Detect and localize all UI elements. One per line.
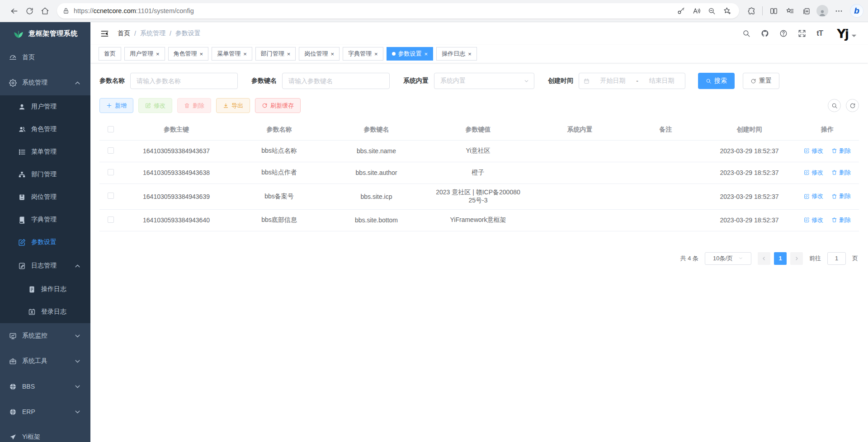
row-checkbox[interactable] bbox=[108, 193, 114, 199]
edit-button[interactable]: 修改 bbox=[138, 98, 172, 113]
export-button[interactable]: 导出 bbox=[216, 98, 250, 113]
row-edit-link[interactable]: 修改 bbox=[804, 147, 823, 155]
sidebar-item-log-mgmt[interactable]: 日志管理 bbox=[0, 254, 90, 278]
copilot-button[interactable]: b bbox=[850, 4, 863, 18]
fullscreen-button[interactable] bbox=[798, 29, 806, 38]
breadcrumb-home[interactable]: 首页 bbox=[118, 29, 130, 38]
collections-button[interactable] bbox=[798, 3, 814, 19]
row-edit-link[interactable]: 修改 bbox=[804, 169, 823, 177]
close-icon[interactable]: × bbox=[243, 51, 247, 57]
sidebar-item-bbs[interactable]: BBS bbox=[0, 374, 90, 399]
row-delete-link[interactable]: 删除 bbox=[831, 192, 851, 200]
chevron-down-icon bbox=[74, 383, 81, 390]
table-row: 1641030593384943640 bbs底部信息 bbs.site.bot… bbox=[99, 209, 859, 231]
app-header: 首页 / 系统管理 / 参数设置 tT Yj bbox=[90, 22, 868, 45]
sidebar-item-home[interactable]: 首页 bbox=[0, 45, 90, 70]
tab-post-mgmt[interactable]: 岗位管理× bbox=[299, 47, 340, 61]
browser-essentials-button[interactable] bbox=[744, 3, 759, 19]
sidebar-item-system-mgmt[interactable]: 系统管理 bbox=[0, 70, 90, 95]
login-log-icon bbox=[28, 308, 36, 316]
sidebar-item-operation-log[interactable]: 操作日志 bbox=[0, 278, 90, 301]
github-link[interactable] bbox=[761, 29, 769, 38]
tab-operation-log[interactable]: 操作日志× bbox=[436, 47, 477, 61]
row-checkbox[interactable] bbox=[108, 216, 114, 223]
tab-user-mgmt[interactable]: 用户管理× bbox=[124, 47, 165, 61]
split-screen-button[interactable] bbox=[766, 3, 781, 19]
row-delete-link[interactable]: 删除 bbox=[831, 169, 851, 177]
close-icon[interactable]: × bbox=[425, 51, 428, 57]
sidebar-item-yi-framework[interactable]: Yi框架 bbox=[0, 424, 90, 442]
toggle-search-button[interactable] bbox=[828, 99, 841, 112]
close-icon[interactable]: × bbox=[468, 51, 472, 57]
browser-more-button[interactable] bbox=[831, 3, 846, 19]
dashboard-icon bbox=[9, 54, 17, 61]
date-range-picker[interactable]: 开始日期 - 结束日期 bbox=[579, 73, 685, 89]
app-logo[interactable]: 意框架管理系统 bbox=[0, 22, 90, 45]
edit-icon bbox=[804, 148, 810, 154]
reset-button[interactable]: 重置 bbox=[743, 73, 779, 89]
zoom-out-button[interactable] bbox=[705, 4, 718, 18]
row-checkbox[interactable] bbox=[108, 169, 114, 175]
goto-page-input[interactable] bbox=[827, 252, 846, 265]
browser-home-button[interactable] bbox=[37, 3, 52, 19]
close-icon[interactable]: × bbox=[330, 51, 334, 57]
tab-role-mgmt[interactable]: 角色管理× bbox=[168, 47, 209, 61]
password-key-button[interactable] bbox=[674, 4, 688, 18]
close-icon[interactable]: × bbox=[156, 51, 160, 57]
prev-page-button[interactable] bbox=[758, 252, 770, 265]
sidebar-item-erp[interactable]: ERP bbox=[0, 399, 90, 424]
text-size-button[interactable]: tT bbox=[816, 29, 823, 38]
refresh-table-button[interactable] bbox=[846, 99, 859, 112]
zoom-out-icon bbox=[708, 7, 716, 15]
text-size-icon: tT bbox=[816, 29, 823, 38]
sidebar-item-dict-mgmt[interactable]: 字典管理 bbox=[0, 208, 90, 231]
close-icon[interactable]: × bbox=[200, 51, 203, 57]
row-edit-link[interactable]: 修改 bbox=[804, 192, 823, 200]
browser-back-button[interactable] bbox=[6, 3, 22, 19]
sidebar-item-dept-mgmt[interactable]: 部门管理 bbox=[0, 163, 90, 186]
select-all-checkbox[interactable] bbox=[108, 126, 114, 132]
builtin-select[interactable]: 系统内置 bbox=[434, 73, 534, 89]
user-menu[interactable]: Yj bbox=[833, 27, 858, 41]
row-checkbox[interactable] bbox=[108, 147, 114, 154]
address-bar[interactable]: https://ccnetcore.com:1101/system/config bbox=[57, 3, 739, 19]
sidebar-collapse-button[interactable] bbox=[98, 27, 111, 40]
chevron-down-icon bbox=[74, 408, 81, 416]
close-icon[interactable]: × bbox=[374, 51, 378, 57]
sidebar-item-login-log[interactable]: 登录日志 bbox=[0, 301, 90, 323]
star-plus-icon bbox=[723, 7, 731, 15]
tab-dept-mgmt[interactable]: 部门管理× bbox=[255, 47, 296, 61]
delete-button[interactable]: 删除 bbox=[177, 98, 211, 113]
page-number-1[interactable]: 1 bbox=[774, 252, 787, 265]
tab-param-settings[interactable]: 参数设置× bbox=[387, 47, 434, 61]
sidebar-item-role-mgmt[interactable]: 角色管理 bbox=[0, 118, 90, 141]
browser-refresh-button[interactable] bbox=[22, 3, 37, 19]
add-favorite-button[interactable] bbox=[720, 4, 734, 18]
page-size-select[interactable]: 10条/页 bbox=[705, 252, 751, 265]
read-aloud-button[interactable] bbox=[689, 4, 703, 18]
sidebar-item-post-mgmt[interactable]: 岗位管理 bbox=[0, 186, 90, 208]
tab-dict-mgmt[interactable]: 字典管理× bbox=[343, 47, 383, 61]
row-delete-link[interactable]: 删除 bbox=[831, 147, 851, 155]
sidebar-item-system-tools[interactable]: 系统工具 bbox=[0, 348, 90, 374]
sidebar-item-system-monitor[interactable]: 系统监控 bbox=[0, 323, 90, 348]
caret-down-icon bbox=[850, 32, 858, 40]
header-search-button[interactable] bbox=[742, 29, 750, 38]
profile-button[interactable] bbox=[815, 3, 830, 19]
tab-home[interactable]: 首页 bbox=[99, 47, 121, 61]
param-key-input[interactable] bbox=[282, 73, 390, 89]
sidebar-item-param-settings[interactable]: 参数设置 bbox=[0, 231, 90, 254]
param-name-input[interactable] bbox=[130, 73, 238, 89]
row-delete-link[interactable]: 删除 bbox=[831, 216, 851, 224]
sidebar-item-user-mgmt[interactable]: 用户管理 bbox=[0, 95, 90, 118]
tab-menu-mgmt[interactable]: 菜单管理× bbox=[212, 47, 252, 61]
refresh-cache-button[interactable]: 刷新缓存 bbox=[255, 98, 301, 113]
favorites-button[interactable] bbox=[782, 3, 797, 19]
help-button[interactable] bbox=[779, 29, 788, 38]
search-button[interactable]: 搜索 bbox=[698, 73, 735, 89]
row-edit-link[interactable]: 修改 bbox=[804, 216, 823, 224]
close-icon[interactable]: × bbox=[287, 51, 291, 57]
add-button[interactable]: 新增 bbox=[99, 98, 133, 113]
sidebar-item-menu-mgmt[interactable]: 菜单管理 bbox=[0, 141, 90, 163]
next-page-button[interactable] bbox=[790, 252, 803, 265]
